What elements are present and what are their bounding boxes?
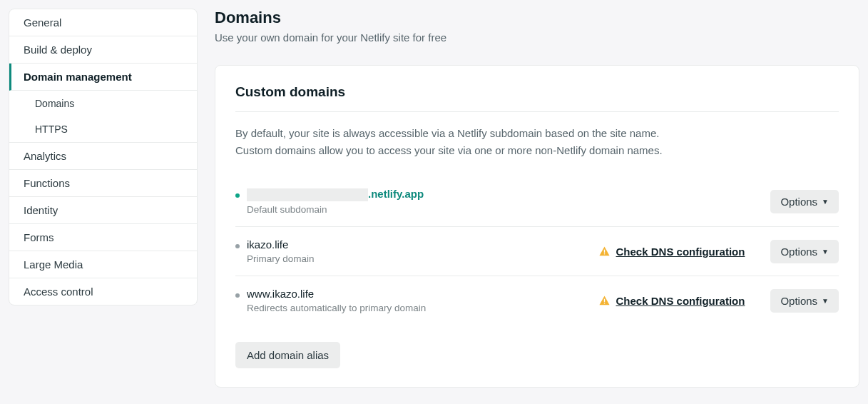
sidebar-item-large-media[interactable]: Large Media [9, 251, 197, 278]
custom-domains-card: Custom domains By default, your site is … [215, 65, 859, 388]
sidebar-item-general[interactable]: General [9, 9, 197, 36]
card-description: By default, your site is always accessib… [235, 125, 839, 159]
domain-subtext: Default subdomain [247, 204, 424, 215]
domain-row: www.ikazo.life Redirects automatically t… [235, 276, 839, 325]
sidebar-item-forms[interactable]: Forms [9, 224, 197, 251]
options-button[interactable]: Options ▼ [770, 240, 839, 263]
domain-info: .netlify.app Default subdomain [235, 188, 424, 215]
options-button[interactable]: Options ▼ [770, 289, 839, 313]
warning-icon [598, 295, 611, 307]
sidebar-item-functions[interactable]: Functions [9, 170, 197, 197]
page-subtitle: Use your own domain for your Netlify sit… [215, 31, 859, 44]
domain-row: .netlify.app Default subdomain Options ▼ [235, 176, 839, 227]
domain-name-link[interactable]: .netlify.app [247, 188, 424, 201]
sidebar-item-analytics[interactable]: Analytics [9, 143, 197, 170]
page-title: Domains [215, 9, 859, 27]
status-bullet-icon [235, 193, 240, 198]
domain-info: www.ikazo.life Redirects automatically t… [235, 288, 426, 313]
sidebar-subgroup: Domains HTTPS [9, 91, 197, 143]
options-label: Options [780, 295, 817, 307]
status-bullet-icon [235, 244, 240, 248]
domain-subtext: Redirects automatically to primary domai… [247, 303, 426, 313]
card-desc-line1: By default, your site is always accessib… [235, 125, 839, 142]
card-title: Custom domains [235, 84, 839, 112]
sidebar-item-domain-management[interactable]: Domain management [9, 64, 197, 91]
domain-suffix: .netlify.app [368, 188, 424, 200]
svg-rect-3 [603, 303, 604, 303]
check-dns-link[interactable]: Check DNS configuration [616, 246, 745, 258]
dns-warning: Check DNS configuration [598, 246, 745, 258]
sidebar: General Build & deploy Domain management… [9, 9, 198, 305]
domain-subtext: Primary domain [247, 253, 315, 264]
card-desc-line2: Custom domains allow you to access your … [235, 142, 839, 159]
add-domain-alias-button[interactable]: Add domain alias [235, 342, 340, 368]
svg-rect-0 [603, 249, 604, 252]
sidebar-item-identity[interactable]: Identity [9, 197, 197, 224]
domain-name[interactable]: www.ikazo.life [247, 288, 426, 300]
check-dns-link[interactable]: Check DNS configuration [616, 295, 745, 307]
domain-row-right: Check DNS configuration Options ▼ [598, 240, 839, 263]
svg-rect-2 [603, 298, 604, 301]
options-button[interactable]: Options ▼ [770, 190, 839, 213]
chevron-down-icon: ▼ [822, 297, 829, 305]
domain-row-right: Check DNS configuration Options ▼ [598, 289, 839, 313]
warning-icon [598, 246, 611, 258]
sidebar-item-access-control[interactable]: Access control [9, 278, 197, 305]
sidebar-item-build-deploy[interactable]: Build & deploy [9, 36, 197, 64]
redacted-domain-prefix [247, 188, 368, 201]
chevron-down-icon: ▼ [822, 248, 829, 256]
domain-name[interactable]: ikazo.life [247, 238, 315, 251]
chevron-down-icon: ▼ [822, 198, 829, 206]
dns-warning: Check DNS configuration [598, 295, 745, 307]
sidebar-subitem-domains[interactable]: Domains [9, 91, 197, 116]
status-bullet-icon [235, 293, 240, 298]
domain-info: ikazo.life Primary domain [235, 238, 315, 264]
sidebar-subitem-https[interactable]: HTTPS [9, 116, 197, 142]
options-label: Options [780, 246, 817, 258]
main-content: Domains Use your own domain for your Net… [215, 9, 859, 388]
domain-row: ikazo.life Primary domain Check DNS conf… [235, 227, 839, 276]
svg-rect-1 [603, 253, 604, 254]
options-label: Options [780, 196, 817, 208]
domain-row-right: Options ▼ [770, 190, 839, 213]
